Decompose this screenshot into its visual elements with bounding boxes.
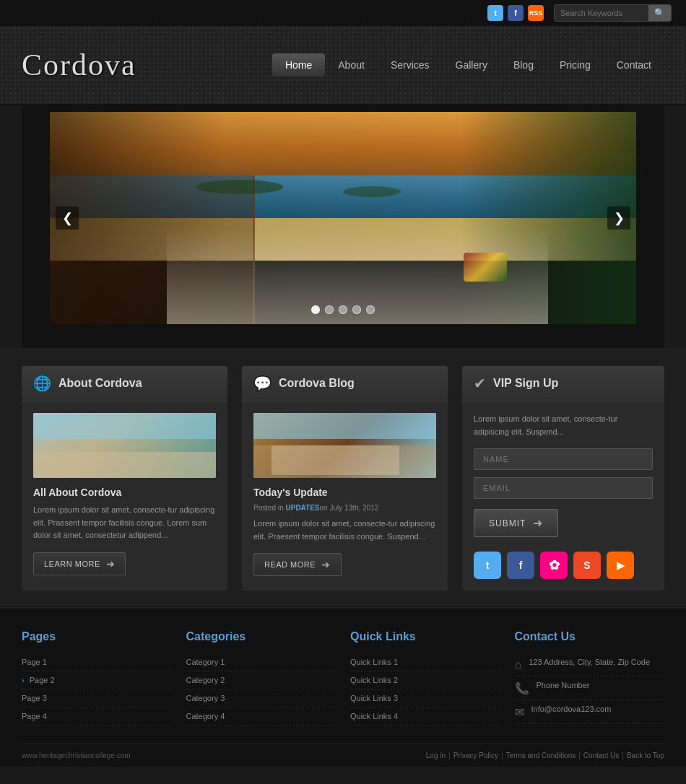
blog-card-header: 💬 Cordova Blog (242, 366, 448, 401)
twitter-top-icon[interactable]: t (487, 5, 503, 21)
blog-card: 💬 Cordova Blog Today's Update Posted in … (242, 366, 448, 591)
about-card-header: 🌐 About Cordova (22, 366, 227, 401)
quicklinks-list: Quick Links 1 Quick Links 2 Quick Links … (350, 653, 500, 726)
footer-login-link[interactable]: Log in (426, 752, 446, 759)
about-text: Lorem ipsum dolor sit amet, consecte-tur… (33, 504, 216, 542)
hero-dots (311, 305, 375, 314)
facebook-top-icon[interactable]: f (508, 5, 524, 21)
rss-top-icon[interactable]: RSS (528, 5, 544, 21)
vip-card-body: Lorem ipsum dolor sit amet, consecte-tur… (462, 401, 664, 591)
hero-dot-4[interactable] (352, 305, 361, 314)
list-item[interactable]: Quick Links 4 (350, 707, 500, 726)
phone-icon: 📞 (515, 681, 529, 695)
list-item[interactable]: Page 3 (22, 689, 172, 707)
categories-title: Categories (186, 630, 337, 643)
list-item[interactable]: Quick Links 3 (350, 689, 500, 707)
content-section: 🌐 About Cordova All About Cordova Lorem … (0, 348, 686, 609)
vip-name-input[interactable] (474, 448, 653, 470)
list-item[interactable]: Category 1 (186, 653, 337, 671)
vip-email-input[interactable] (474, 477, 653, 499)
footer-url: www.heritagechristiancollege.com (22, 752, 131, 759)
hero-dot-1[interactable] (311, 305, 320, 314)
about-subtitle: All About Cordova (33, 487, 216, 498)
chat-icon: 💬 (253, 375, 272, 392)
contact-email-row: ✉ Info@cordova123.com (515, 700, 665, 724)
hero-next-button[interactable]: ❯ (607, 206, 630, 230)
search-button[interactable]: 🔍 (648, 5, 671, 21)
site-logo: Cordova (22, 48, 136, 82)
nav-services[interactable]: Services (378, 53, 443, 77)
footer-pages-col: Pages Page 1 › Page 2 Page 3 Page 4 (22, 630, 172, 726)
vip-intro-text: Lorem ipsum dolor sit amet, consecte-tur… (474, 413, 653, 438)
blog-card-title: Cordova Blog (279, 377, 355, 390)
list-item[interactable]: Category 2 (186, 671, 337, 689)
contact-phone-row: 📞 Phone Number (515, 676, 665, 700)
email-icon: ✉ (515, 705, 524, 719)
about-card-title: About Cordova (58, 377, 142, 390)
list-item[interactable]: Quick Links 1 (350, 653, 500, 671)
vip-card-header: ✔ VIP Sign Up (462, 366, 664, 401)
vip-rss-icon[interactable]: ▶ (607, 552, 634, 579)
arrow-icon: ➜ (106, 558, 116, 570)
list-item[interactable]: Category 4 (186, 707, 337, 726)
search-box: 🔍 (554, 4, 672, 22)
pages-title: Pages (22, 630, 172, 643)
vip-submit-button[interactable]: SUBMIT ➜ (474, 509, 558, 537)
pages-list: Page 1 › Page 2 Page 3 Page 4 (22, 653, 172, 726)
vip-submit-row: SUBMIT ➜ (474, 509, 653, 537)
vip-facebook-icon[interactable]: f (507, 552, 534, 579)
about-card-body: All About Cordova Lorem ipsum dolor sit … (22, 401, 227, 587)
hero-dot-2[interactable] (325, 305, 334, 314)
hero-dot-5[interactable] (366, 305, 375, 314)
check-icon: ✔ (474, 375, 486, 392)
hero-dot-3[interactable] (339, 305, 347, 314)
footer-terms-link[interactable]: Terms and Conditions (506, 752, 576, 759)
nav-pricing[interactable]: Pricing (547, 53, 604, 77)
vip-stumbleupon-icon[interactable]: S (573, 552, 601, 579)
hero-slider: ❮ ❯ (48, 110, 638, 326)
blog-subtitle: Today's Update (253, 487, 436, 498)
contact-title: Contact Us (515, 630, 665, 643)
footer-contact-link[interactable]: Contact Us (583, 752, 619, 759)
site-footer: Pages Page 1 › Page 2 Page 3 Page 4 Cate… (0, 609, 686, 767)
search-input[interactable] (555, 6, 648, 19)
vip-twitter-icon[interactable]: t (474, 552, 501, 579)
nav-about[interactable]: About (325, 53, 378, 77)
about-card: 🌐 About Cordova All About Cordova Lorem … (22, 366, 227, 591)
list-item[interactable]: › Page 2 (22, 671, 172, 689)
footer-privacy-link[interactable]: Privacy Policy (453, 752, 498, 759)
list-item[interactable]: Page 1 (22, 653, 172, 671)
nav-home[interactable]: Home (272, 53, 325, 77)
list-item[interactable]: Page 4 (22, 707, 172, 726)
quicklinks-title: Quick Links (350, 630, 500, 643)
footer-categories-col: Categories Category 1 Category 2 Categor… (186, 630, 337, 726)
globe-icon: 🌐 (33, 375, 51, 392)
learn-more-button[interactable]: LEARN MORE ➜ (33, 552, 126, 575)
vip-flickr-icon[interactable]: ✿ (540, 552, 568, 579)
blog-thumbnail (253, 413, 436, 478)
nav-contact[interactable]: Contact (604, 53, 664, 77)
footer-backtotop-link[interactable]: Back to Top (627, 752, 664, 759)
hero-prev-button[interactable]: ❮ (56, 206, 79, 230)
list-item[interactable]: Category 3 (186, 689, 337, 707)
footer-links: Log in | Privacy Policy | Terms and Cond… (426, 752, 664, 759)
vip-social-icons: t f ✿ S ▶ (474, 552, 653, 579)
home-icon: ⌂ (515, 658, 522, 671)
list-item[interactable]: Quick Links 2 (350, 671, 500, 689)
blog-card-body: Today's Update Posted in UPDATESon July … (242, 401, 448, 588)
submit-arrow-icon: ➜ (533, 516, 543, 530)
arrow-icon: ➜ (321, 559, 331, 570)
contact-address-row: ⌂ 123 Address, City, State, Zip Code (515, 653, 665, 676)
read-more-button[interactable]: READ MORE ➜ (253, 553, 342, 576)
vip-card: ✔ VIP Sign Up Lorem ipsum dolor sit amet… (462, 366, 664, 591)
footer-quicklinks-col: Quick Links Quick Links 1 Quick Links 2 … (350, 630, 500, 726)
main-nav: Home About Services Gallery Blog Pricing… (272, 53, 664, 77)
footer-columns: Pages Page 1 › Page 2 Page 3 Page 4 Cate… (22, 630, 664, 744)
site-header: Cordova Home About Services Gallery Blog… (0, 26, 686, 105)
top-bar: t f RSS 🔍 (0, 0, 686, 26)
blog-text: Lorem ipsum dolor sit amet, consecte-tur… (253, 518, 436, 543)
nav-blog[interactable]: Blog (500, 53, 547, 77)
nav-gallery[interactable]: Gallery (443, 53, 500, 77)
blog-meta: Posted in UPDATESon July 13th, 2012 (253, 504, 436, 512)
contact-address: 123 Address, City, State, Zip Code (529, 658, 650, 666)
